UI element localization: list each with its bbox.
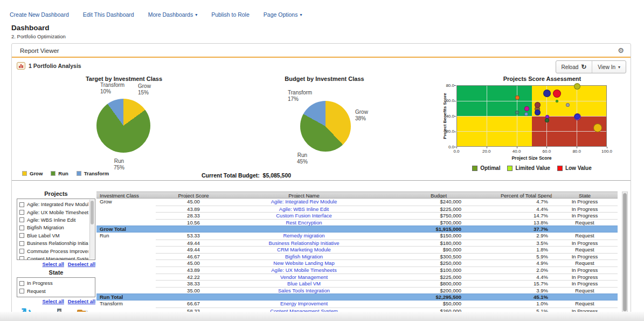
gear-icon[interactable]: ⚙ bbox=[618, 44, 624, 58]
project-link[interactable]: Blue Label VM bbox=[287, 281, 321, 286]
panel-header: Report Viewer ⚙ bbox=[12, 44, 631, 58]
pie1-title: Target by Investment Class bbox=[65, 76, 183, 82]
checkbox[interactable] bbox=[19, 289, 24, 293]
state-select-all-link[interactable]: Select all bbox=[43, 299, 64, 304]
pie2-title: Budget by Investment Class bbox=[260, 76, 389, 82]
projects-scrollbar[interactable] bbox=[89, 200, 94, 259]
reload-button[interactable]: Reload ↻ bbox=[556, 61, 592, 73]
y-tick-label: 20.0 bbox=[433, 129, 454, 134]
checkbox[interactable] bbox=[19, 249, 24, 254]
project-link[interactable]: Business Relationship Initiative bbox=[269, 240, 340, 246]
state-filter-title: State bbox=[17, 269, 95, 276]
checkbox[interactable] bbox=[19, 256, 24, 260]
data-bubble[interactable] bbox=[535, 102, 541, 108]
legend-label: Optimal bbox=[480, 165, 500, 171]
projects-select-all-link[interactable]: Select all bbox=[43, 262, 64, 267]
legend-label: Limited Value bbox=[515, 165, 550, 171]
x-tick-mark bbox=[487, 147, 487, 148]
checkbox[interactable] bbox=[19, 226, 24, 230]
cell bbox=[552, 226, 618, 232]
x-tick-mark bbox=[546, 147, 547, 148]
legend-swatch bbox=[77, 171, 81, 176]
state-cell: In Progress bbox=[552, 280, 618, 287]
state-cell: Request bbox=[552, 233, 618, 240]
checkbox[interactable] bbox=[19, 210, 24, 215]
project-score-cell: 45.00 bbox=[156, 199, 231, 206]
top-nav: Create New DashboardEdit This DashboardM… bbox=[10, 11, 302, 18]
filter-item-agile-ux-mobile-timesheets: Agile: UX Mobile Timesheets bbox=[19, 208, 88, 216]
report-title: 1 Portfolio Analysis bbox=[29, 63, 81, 69]
table-scrollbar-thumb[interactable] bbox=[623, 193, 627, 311]
pie2-label-grow: Grow38% bbox=[355, 109, 368, 121]
group-total-row: Grow Total$1,915,00037.7% bbox=[96, 226, 618, 233]
bubble-plot bbox=[456, 85, 607, 147]
project-link[interactable]: New Website Landing Map bbox=[273, 260, 334, 266]
state-deselect-all-link[interactable]: Deselect all bbox=[68, 299, 95, 304]
state-cell: In Progress bbox=[552, 199, 618, 206]
project-score-cell: 10.56 bbox=[156, 219, 231, 226]
table-row: 28.33Custom Fusion Interface$750,00014.7… bbox=[96, 212, 618, 219]
filter-item-commute-process-improvements: Commute Process Improvements bbox=[19, 247, 88, 255]
project-name-cell: Custom Fusion Interface bbox=[231, 212, 377, 219]
checkbox[interactable] bbox=[19, 241, 24, 246]
checkbox[interactable] bbox=[19, 217, 24, 222]
data-bubble[interactable] bbox=[515, 95, 520, 100]
investment-class-cell bbox=[96, 287, 156, 294]
project-score-cell: 43.89 bbox=[156, 267, 231, 274]
filter-item-label: Request bbox=[27, 289, 46, 294]
table-row: 38.33Blue Label VM$800,00015.7%In Progre… bbox=[96, 280, 618, 287]
dropdown-arrow-icon: ▾ bbox=[300, 12, 302, 17]
filter-item-agile-wbs-inline-edit: Agile: WBS Inline Edit bbox=[19, 216, 88, 224]
nav-item-more-dashboards[interactable]: More Dashboards▾ bbox=[148, 11, 197, 18]
scrollbar-thumb[interactable] bbox=[91, 201, 94, 224]
filter-item-business-relationship-initiative: Business Relationship Initiative bbox=[19, 240, 88, 247]
data-bubble[interactable] bbox=[553, 90, 561, 98]
data-bubble[interactable] bbox=[524, 112, 528, 116]
y-tick-mark bbox=[454, 116, 456, 117]
project-link[interactable]: CRM Marketing Module bbox=[277, 247, 331, 252]
pie-chart-2[interactable] bbox=[300, 101, 351, 152]
checkbox[interactable] bbox=[19, 233, 24, 238]
project-link[interactable]: Agile: WBS Inline Edit bbox=[279, 206, 329, 212]
pie1-label-grow: Grow15% bbox=[138, 83, 151, 95]
nav-item-publish-to-role[interactable]: Publish to Role bbox=[211, 11, 250, 18]
page-bottom-edge bbox=[0, 312, 644, 321]
project-link[interactable]: Bigfish Migration bbox=[285, 254, 323, 259]
reload-icon: ↻ bbox=[581, 63, 586, 71]
nav-item-edit-this-dashboard[interactable]: Edit This Dashboard bbox=[83, 11, 134, 18]
data-bubble[interactable] bbox=[556, 100, 558, 103]
filter-item-label: Bigfish Migration bbox=[27, 225, 64, 230]
table-scrollbar[interactable] bbox=[622, 192, 628, 314]
filter-item-label: Agile: WBS Inline Edit bbox=[27, 217, 75, 223]
project-score-cell: 46.67 bbox=[156, 253, 231, 260]
checkbox[interactable] bbox=[19, 202, 24, 207]
percent-cell: 2.0% bbox=[501, 267, 552, 274]
project-name-cell: Rest Encryption bbox=[231, 219, 377, 226]
checkbox[interactable] bbox=[19, 281, 24, 286]
nav-item-page-options[interactable]: Page Options▾ bbox=[264, 11, 302, 18]
project-link[interactable]: Agile: Integrated Rev Module bbox=[271, 199, 337, 204]
pie2-label-run: Run45% bbox=[292, 152, 313, 165]
x-tick-label: 60.0 bbox=[538, 149, 555, 154]
project-link[interactable]: Remedy migration bbox=[283, 233, 324, 238]
project-score-cell: 49.44 bbox=[156, 246, 231, 253]
filter-item-agile-integrated-rev-module: Agile: Integrated Rev Module bbox=[19, 201, 88, 208]
percent-cell: 15.7% bbox=[501, 280, 552, 287]
cell bbox=[156, 294, 231, 300]
data-bubble[interactable] bbox=[566, 103, 570, 107]
project-link[interactable]: Agile: UX Mobile Timesheets bbox=[271, 267, 336, 273]
reload-label: Reload bbox=[562, 64, 579, 70]
view-in-button[interactable]: View In ▾ bbox=[592, 61, 626, 73]
pie-chart-1[interactable] bbox=[96, 99, 150, 153]
project-link[interactable]: Rest Encryption bbox=[286, 220, 322, 226]
report-buttons: Reload ↻ View In ▾ bbox=[556, 60, 626, 73]
projects-deselect-all-link[interactable]: Deselect all bbox=[68, 262, 95, 267]
total-percent-cell: 45.1% bbox=[501, 294, 552, 300]
gridline bbox=[457, 131, 606, 132]
project-link[interactable]: Energy Improvement bbox=[280, 300, 328, 306]
nav-item-create-new-dashboard[interactable]: Create New Dashboard bbox=[10, 11, 69, 18]
projects-filter-title: Projects bbox=[17, 190, 95, 197]
project-link[interactable]: Vendor Management bbox=[280, 274, 328, 280]
project-link[interactable]: Sales Tools Integration bbox=[278, 288, 330, 293]
project-link[interactable]: Custom Fusion Interface bbox=[276, 213, 332, 218]
